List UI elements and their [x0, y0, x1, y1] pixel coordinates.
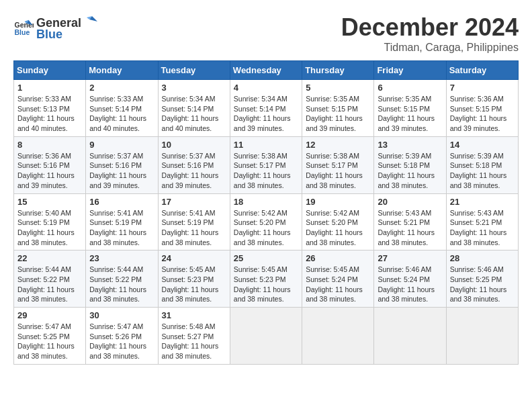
- sunset-label: Sunset: 5:15 PM: [306, 105, 358, 113]
- daylight-label: Daylight: 11 hours and 38 minutes.: [306, 171, 363, 189]
- sunset-label: Sunset: 5:19 PM: [89, 218, 142, 226]
- daylight-label: Daylight: 11 hours and 40 minutes.: [17, 114, 75, 132]
- day-info: Sunrise: 5:43 AMSunset: 5:21 PMDaylight:…: [450, 208, 515, 248]
- calendar-cell: 24Sunrise: 5:45 AMSunset: 5:23 PMDayligh…: [158, 250, 230, 308]
- day-info: Sunrise: 5:45 AMSunset: 5:24 PMDaylight:…: [306, 265, 370, 304]
- day-number: 4: [234, 83, 298, 93]
- location-title: Tidman, Caraga, Philippines: [341, 42, 519, 54]
- sunset-label: Sunset: 5:15 PM: [378, 105, 430, 113]
- column-header-thursday: Thursday: [302, 61, 374, 80]
- daylight-label: Daylight: 11 hours and 40 minutes.: [89, 114, 146, 132]
- sunset-label: Sunset: 5:25 PM: [17, 332, 70, 340]
- calendar-cell: 7Sunrise: 5:36 AMSunset: 5:15 PMDaylight…: [446, 80, 518, 137]
- sunset-label: Sunset: 5:16 PM: [89, 161, 142, 169]
- column-header-sunday: Sunday: [14, 61, 86, 80]
- calendar-cell: 15Sunrise: 5:40 AMSunset: 5:19 PMDayligh…: [14, 193, 86, 250]
- sunrise-label: Sunrise: 5:47 AM: [89, 322, 143, 330]
- day-info: Sunrise: 5:46 AMSunset: 5:24 PMDaylight:…: [378, 265, 442, 304]
- daylight-label: Daylight: 11 hours and 38 minutes.: [450, 171, 507, 189]
- daylight-label: Daylight: 11 hours and 38 minutes.: [378, 285, 435, 304]
- sunset-label: Sunset: 5:17 PM: [306, 161, 358, 169]
- sunset-label: Sunset: 5:16 PM: [162, 161, 214, 169]
- sunrise-label: Sunrise: 5:34 AM: [162, 95, 216, 103]
- sunrise-label: Sunrise: 5:46 AM: [450, 265, 504, 273]
- day-number: 26: [306, 253, 370, 263]
- calendar-cell: 22Sunrise: 5:44 AMSunset: 5:22 PMDayligh…: [14, 250, 86, 308]
- calendar-cell: 6Sunrise: 5:35 AMSunset: 5:15 PMDaylight…: [374, 80, 446, 137]
- day-number: 22: [17, 253, 82, 263]
- day-info: Sunrise: 5:36 AMSunset: 5:16 PMDaylight:…: [17, 151, 82, 191]
- sunrise-label: Sunrise: 5:35 AM: [306, 95, 359, 103]
- day-info: Sunrise: 5:37 AMSunset: 5:16 PMDaylight:…: [89, 151, 154, 191]
- logo: General Blue General Blue: [13, 13, 100, 42]
- sunset-label: Sunset: 5:23 PM: [162, 275, 214, 283]
- day-number: 21: [450, 197, 515, 207]
- sunrise-label: Sunrise: 5:46 AM: [378, 265, 431, 273]
- day-info: Sunrise: 5:44 AMSunset: 5:22 PMDaylight:…: [89, 265, 154, 304]
- day-number: 6: [378, 83, 442, 93]
- calendar-cell: 29Sunrise: 5:47 AMSunset: 5:25 PMDayligh…: [14, 308, 86, 365]
- day-info: Sunrise: 5:42 AMSunset: 5:20 PMDaylight:…: [306, 208, 370, 248]
- day-info: Sunrise: 5:43 AMSunset: 5:21 PMDaylight:…: [378, 208, 442, 248]
- sunrise-label: Sunrise: 5:45 AM: [234, 265, 287, 273]
- sunset-label: Sunset: 5:16 PM: [17, 161, 70, 169]
- calendar-cell: 3Sunrise: 5:34 AMSunset: 5:14 PMDaylight…: [158, 80, 230, 137]
- calendar-cell: 12Sunrise: 5:38 AMSunset: 5:17 PMDayligh…: [302, 136, 374, 193]
- column-header-wednesday: Wednesday: [230, 61, 302, 80]
- day-number: 24: [162, 253, 226, 263]
- daylight-label: Daylight: 11 hours and 39 minutes.: [89, 171, 146, 189]
- day-number: 18: [234, 197, 298, 207]
- daylight-label: Daylight: 11 hours and 39 minutes.: [234, 114, 291, 132]
- daylight-label: Daylight: 11 hours and 38 minutes.: [17, 285, 75, 304]
- sunrise-label: Sunrise: 5:33 AM: [89, 95, 143, 103]
- calendar-week-row: 22Sunrise: 5:44 AMSunset: 5:22 PMDayligh…: [14, 250, 519, 308]
- day-number: 7: [450, 83, 515, 93]
- daylight-label: Daylight: 11 hours and 38 minutes.: [89, 342, 146, 360]
- day-number: 11: [234, 140, 298, 150]
- day-number: 3: [162, 83, 226, 93]
- calendar-cell: 20Sunrise: 5:43 AMSunset: 5:21 PMDayligh…: [374, 193, 446, 250]
- calendar-cell: [446, 308, 518, 365]
- day-number: 29: [17, 310, 82, 320]
- sunrise-label: Sunrise: 5:36 AM: [17, 152, 71, 160]
- sunset-label: Sunset: 5:13 PM: [17, 105, 70, 113]
- calendar-cell: 23Sunrise: 5:44 AMSunset: 5:22 PMDayligh…: [86, 250, 158, 308]
- sunrise-label: Sunrise: 5:33 AM: [17, 95, 71, 103]
- day-number: 30: [89, 310, 154, 320]
- daylight-label: Daylight: 11 hours and 40 minutes.: [162, 114, 219, 132]
- sunset-label: Sunset: 5:18 PM: [378, 161, 430, 169]
- sunset-label: Sunset: 5:18 PM: [450, 161, 502, 169]
- calendar-cell: 21Sunrise: 5:43 AMSunset: 5:21 PMDayligh…: [446, 193, 518, 250]
- calendar-cell: 1Sunrise: 5:33 AMSunset: 5:13 PMDaylight…: [14, 80, 86, 137]
- day-number: 8: [17, 140, 82, 150]
- day-info: Sunrise: 5:45 AMSunset: 5:23 PMDaylight:…: [234, 265, 298, 304]
- day-info: Sunrise: 5:34 AMSunset: 5:14 PMDaylight:…: [162, 94, 226, 134]
- sunrise-label: Sunrise: 5:41 AM: [162, 209, 216, 217]
- title-area: December 2024 Tidman, Caraga, Philippine…: [341, 13, 519, 54]
- svg-text:Blue: Blue: [15, 28, 30, 36]
- calendar-week-row: 29Sunrise: 5:47 AMSunset: 5:25 PMDayligh…: [14, 308, 519, 365]
- calendar-cell: 28Sunrise: 5:46 AMSunset: 5:25 PMDayligh…: [446, 250, 518, 308]
- logo-icon: General Blue: [13, 17, 34, 38]
- day-number: 5: [306, 83, 370, 93]
- calendar-cell: 31Sunrise: 5:48 AMSunset: 5:27 PMDayligh…: [158, 308, 230, 365]
- daylight-label: Daylight: 11 hours and 38 minutes.: [89, 285, 146, 304]
- calendar-cell: 10Sunrise: 5:37 AMSunset: 5:16 PMDayligh…: [158, 136, 230, 193]
- day-number: 13: [378, 140, 442, 150]
- sunset-label: Sunset: 5:25 PM: [450, 275, 502, 283]
- sunset-label: Sunset: 5:27 PM: [162, 332, 214, 340]
- day-info: Sunrise: 5:46 AMSunset: 5:25 PMDaylight:…: [450, 265, 515, 304]
- calendar-cell: [374, 308, 446, 365]
- day-info: Sunrise: 5:33 AMSunset: 5:14 PMDaylight:…: [89, 94, 154, 134]
- calendar-header-row: SundayMondayTuesdayWednesdayThursdayFrid…: [14, 61, 519, 80]
- daylight-label: Daylight: 11 hours and 39 minutes.: [306, 114, 363, 132]
- column-header-tuesday: Tuesday: [158, 61, 230, 80]
- day-number: 1: [17, 83, 82, 93]
- daylight-label: Daylight: 11 hours and 38 minutes.: [162, 285, 219, 304]
- daylight-label: Daylight: 11 hours and 38 minutes.: [378, 171, 435, 189]
- calendar-cell: 17Sunrise: 5:41 AMSunset: 5:19 PMDayligh…: [158, 193, 230, 250]
- day-number: 31: [162, 310, 226, 320]
- sunrise-label: Sunrise: 5:43 AM: [378, 209, 431, 217]
- sunset-label: Sunset: 5:20 PM: [306, 218, 358, 226]
- calendar-week-row: 1Sunrise: 5:33 AMSunset: 5:13 PMDaylight…: [14, 80, 519, 137]
